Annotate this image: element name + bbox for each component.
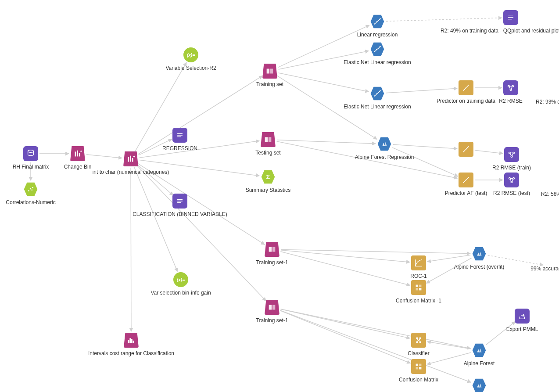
node-label: R2 RMSE (train) xyxy=(492,165,531,171)
graph-icon xyxy=(503,80,518,95)
node-label: int to char (numerical categories) xyxy=(93,169,169,175)
node-alpine-forest-reg[interactable]: Alpine Forest Regression xyxy=(340,137,428,160)
svg-rect-84 xyxy=(416,285,419,288)
sigma-icon: Σ xyxy=(261,169,276,184)
node-label: Alpine Forest Regression xyxy=(355,154,414,160)
roc-icon xyxy=(411,255,426,270)
node-elastic-net-2[interactable]: Elastic Net Linear regression xyxy=(333,86,421,110)
svg-rect-24 xyxy=(129,338,131,343)
node-training-set-1b[interactable]: Training set-1 xyxy=(228,300,316,324)
svg-rect-25 xyxy=(131,339,133,343)
node-r2-rmse-train[interactable]: R2 RMSE (train) xyxy=(468,147,555,171)
svg-line-59 xyxy=(511,87,512,90)
svg-rect-34 xyxy=(269,305,272,310)
node-label: Summary Statistics xyxy=(246,187,291,193)
node-label: Elastic Net Linear regression xyxy=(344,59,411,65)
note-icon xyxy=(172,194,187,209)
graph-icon xyxy=(504,173,519,187)
svg-point-3 xyxy=(31,189,32,191)
svg-line-50 xyxy=(374,91,381,97)
svg-point-52 xyxy=(464,89,465,90)
node-label: Variable Selection-R2 xyxy=(165,65,216,71)
lreg-icon xyxy=(370,86,385,101)
svg-line-58 xyxy=(509,87,510,90)
svg-line-81 xyxy=(510,179,511,182)
node-training-set[interactable]: Training set xyxy=(226,64,314,87)
node-note-99-acc[interactable]: 99% accurac xyxy=(502,263,559,272)
split-icon xyxy=(262,64,277,79)
node-var-selection-bin[interactable]: (x)=Var selection bin-info gain xyxy=(137,272,225,296)
svg-rect-96 xyxy=(416,367,419,370)
svg-point-53 xyxy=(466,87,466,88)
svg-rect-35 xyxy=(272,305,275,310)
node-regression[interactable]: REGRESSION xyxy=(136,128,224,151)
conf-icon xyxy=(411,280,426,295)
bars-icon xyxy=(70,146,85,161)
split-icon xyxy=(261,132,276,147)
node-label: Intervals cost range for Classification xyxy=(88,350,174,356)
node-alpine-forest-extra[interactable] xyxy=(435,378,523,392)
node-note-r2-58[interactable]: R2: 58% xyxy=(507,188,559,197)
node-intervals-cost-range[interactable]: Intervals cost range for Classification xyxy=(87,333,175,356)
svg-point-66 xyxy=(466,149,466,150)
node-export-pmml[interactable]: Export PMML xyxy=(478,309,559,332)
svg-rect-26 xyxy=(133,341,134,343)
node-variable-selection-r2[interactable]: (x)=Variable Selection-R2 xyxy=(147,47,235,71)
svg-rect-6 xyxy=(77,151,78,157)
node-confusion-matrix-1[interactable]: Confusion Matrix -1 xyxy=(375,280,462,304)
fx-icon: (x)= xyxy=(173,272,188,287)
node-testing-set[interactable]: Testing set xyxy=(224,132,312,156)
graph-icon xyxy=(504,147,519,162)
svg-rect-95 xyxy=(419,364,422,367)
node-label: Training set-1 xyxy=(256,317,288,324)
scatter-icon xyxy=(23,182,38,197)
svg-point-4 xyxy=(32,187,33,188)
node-note-r2-49[interactable]: R2: 49% on training data - QQplot and re… xyxy=(467,10,555,34)
node-correlations-numeric[interactable]: Correlations-Numeric xyxy=(0,182,75,205)
svg-point-75 xyxy=(464,181,465,182)
workflow-canvas[interactable]: RH Final matrixCorrelations-NumericChang… xyxy=(0,0,559,392)
node-label: CLASSIFICATION (BINNED VARIABLE) xyxy=(133,211,227,217)
split-icon xyxy=(265,300,280,315)
node-label: R2: 49% on training data - QQplot and re… xyxy=(441,28,559,34)
node-label: Elastic Net Linear regression xyxy=(344,104,411,110)
node-label: Training set-1 xyxy=(256,259,288,266)
svg-rect-85 xyxy=(419,285,422,288)
node-classification[interactable]: CLASSIFICATION (BINNED VARIABLE) xyxy=(136,194,224,217)
node-label: 99% accurac xyxy=(530,266,559,272)
node-linear-regression[interactable]: Linear regression xyxy=(333,14,421,38)
node-note-r2-93[interactable]: R2: 93% o xyxy=(504,96,559,105)
svg-rect-23 xyxy=(128,340,129,343)
conf-icon xyxy=(411,359,426,374)
export-icon xyxy=(515,309,530,324)
node-label: Confusion Matrix -1 xyxy=(396,298,441,304)
node-summary-statistics[interactable]: ΣSummary Statistics xyxy=(224,169,312,193)
node-elastic-net-1[interactable]: Elastic Net Linear regression xyxy=(333,42,421,65)
svg-rect-33 xyxy=(272,247,275,252)
node-label: Var selection bin-info gain xyxy=(150,290,211,296)
svg-line-45 xyxy=(374,47,381,52)
split-icon xyxy=(265,242,280,257)
svg-text:Σ: Σ xyxy=(266,173,270,180)
svg-rect-94 xyxy=(416,364,419,367)
svg-line-71 xyxy=(510,154,511,156)
svg-rect-10 xyxy=(128,157,129,162)
node-int-to-char[interactable]: int to char (numerical categories) xyxy=(87,151,175,175)
node-label: Correlations-Numeric xyxy=(6,199,55,205)
node-label: Classifier xyxy=(408,350,429,356)
node-alpine-forest[interactable]: Alpine Forest xyxy=(435,343,523,367)
svg-point-2 xyxy=(30,188,31,190)
svg-rect-27 xyxy=(267,69,269,74)
svg-line-82 xyxy=(512,179,513,182)
node-label: Testing set xyxy=(255,150,280,156)
node-training-set-1a[interactable]: Training set-1 xyxy=(228,242,316,266)
svg-point-1 xyxy=(28,190,29,191)
svg-rect-87 xyxy=(419,288,422,291)
node-label: REGRESSION xyxy=(162,145,197,151)
node-label: Confusion Matrix xyxy=(399,377,438,383)
forest-icon xyxy=(472,246,487,261)
node-label: ROC-1 xyxy=(410,273,426,279)
svg-rect-30 xyxy=(269,137,271,142)
svg-point-65 xyxy=(464,151,465,151)
node-label: Export PMML xyxy=(506,326,538,332)
